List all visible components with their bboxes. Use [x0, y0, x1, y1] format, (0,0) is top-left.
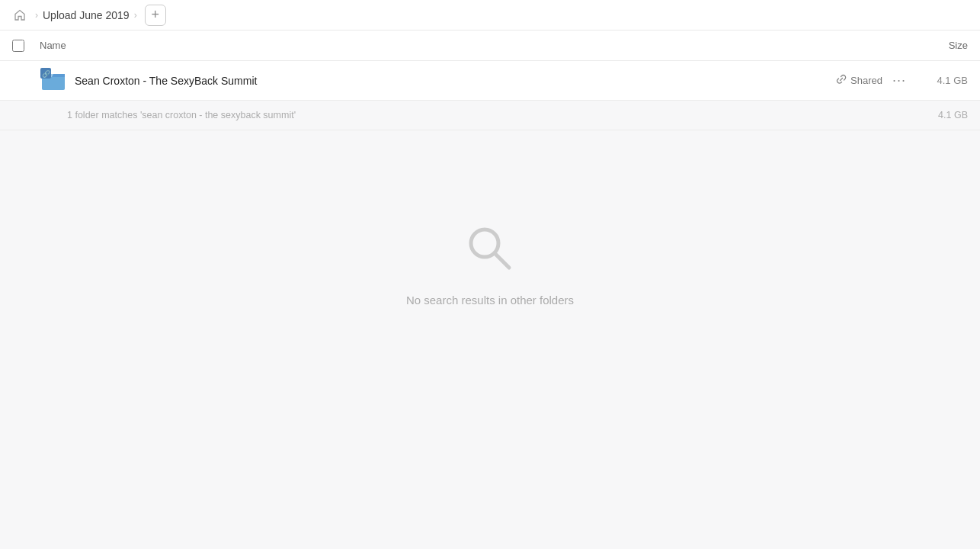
- match-info-size: 4.1 GB: [922, 110, 968, 120]
- match-info-row: 1 folder matches 'sean croxton - the sex…: [0, 101, 980, 130]
- size-column-header: Size: [907, 40, 968, 51]
- breadcrumb-current: Upload June 2019: [43, 9, 130, 21]
- table-header: Name Size: [0, 30, 980, 61]
- file-name: Sean Croxton - The SexyBack Summit: [75, 75, 836, 87]
- folder-icon-svg: 🔗: [40, 67, 67, 95]
- empty-state: No search results in other folders: [0, 222, 980, 307]
- shared-label: Shared: [850, 75, 882, 86]
- svg-text:🔗: 🔗: [42, 69, 51, 79]
- more-icon: ···: [892, 72, 906, 88]
- home-button[interactable]: [9, 5, 30, 26]
- breadcrumb-bar: › Upload June 2019 › +: [0, 0, 980, 30]
- empty-search-icon: [463, 222, 517, 278]
- select-all-checkbox[interactable]: [12, 40, 24, 52]
- name-column-header: Name: [40, 40, 907, 51]
- svg-line-5: [495, 253, 509, 268]
- breadcrumb-chevron-1: ›: [35, 10, 38, 21]
- empty-state-label: No search results in other folders: [406, 294, 574, 307]
- link-svg-icon: [836, 74, 847, 85]
- table-row[interactable]: 🔗 Sean Croxton - The SexyBack Summit Sha…: [0, 61, 980, 101]
- add-button[interactable]: +: [145, 5, 166, 26]
- link-icon: [836, 74, 847, 87]
- select-all-col[interactable]: [12, 40, 40, 52]
- folder-icon: 🔗: [40, 67, 67, 95]
- search-icon-svg: [463, 222, 517, 275]
- match-info-text: 1 folder matches 'sean croxton - the sex…: [67, 110, 922, 120]
- home-icon: [14, 9, 26, 21]
- breadcrumb-chevron-2: ›: [134, 10, 137, 21]
- row-actions: Shared ···: [836, 70, 910, 92]
- file-size: 4.1 GB: [922, 75, 968, 86]
- shared-badge: Shared: [836, 74, 882, 87]
- more-options-button[interactable]: ···: [889, 70, 910, 92]
